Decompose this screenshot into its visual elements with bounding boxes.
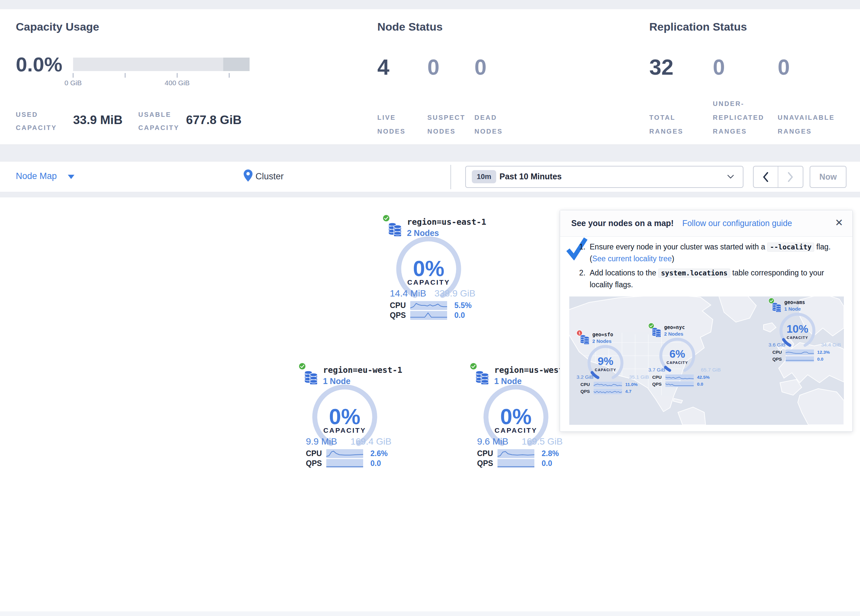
qps-label: QPS — [652, 382, 665, 387]
footer-strip — [0, 611, 860, 616]
dead-nodes-label: DEAD NODES — [474, 111, 503, 138]
cpu-sparkline — [594, 382, 622, 387]
capacity-percent: 10% — [778, 323, 816, 335]
total-capacity: 338.9 GiB — [434, 288, 476, 299]
cpu-sparkline — [326, 449, 363, 458]
qps-sparkline — [665, 381, 694, 387]
node-map-canvas: region=us-east-1 2 Nodes 0% CAPACITY 14.… — [0, 197, 860, 611]
map-marker-geo-sfo[interactable]: 1 geo=sfo 2 Nodes 9% CAPACITY 3.2 GiB 35 — [576, 329, 649, 397]
time-range-label: Past 10 Minutes — [499, 172, 562, 181]
region-name: region=eu-west-1 — [323, 365, 402, 375]
cpu-stat-row: CPU 11.0% — [581, 381, 649, 387]
capacity-label: CAPACITY — [481, 426, 551, 434]
time-range-selector[interactable]: 10m Past 10 Minutes — [465, 166, 744, 188]
axis-tick — [125, 73, 126, 78]
cpu-stat-row: CPU 2.8% — [477, 449, 566, 458]
capacity-percent: 0% — [310, 404, 379, 429]
qps-value: 0.0 — [454, 311, 465, 320]
capacity-label: CAPACITY — [658, 361, 696, 365]
cpu-value: 5.5% — [454, 301, 471, 310]
locality-node-count: 2 Nodes — [592, 338, 611, 344]
example-node-map: 1 geo=sfo 2 Nodes 9% CAPACITY 3.2 GiB 35 — [569, 296, 844, 425]
time-next-button[interactable] — [778, 166, 803, 187]
capacity-label: CAPACITY — [310, 426, 379, 434]
setup-steps: 1. Ensure every node in your cluster was… — [579, 241, 840, 293]
total-ranges-count: 32 — [649, 55, 673, 80]
capacity-reserved-segment — [223, 58, 250, 71]
step-text-part: Ensure every node in your cluster was st… — [590, 243, 767, 251]
cpu-label: CPU — [477, 449, 497, 458]
axis-tick — [177, 73, 177, 78]
qps-sparkline — [497, 459, 534, 468]
used-capacity-value: 33.9 MiB — [73, 113, 122, 127]
qps-sparkline — [326, 459, 363, 468]
qps-sparkline — [410, 311, 447, 320]
location-pin-icon — [244, 169, 253, 183]
qps-label: QPS — [581, 389, 594, 394]
live-nodes-count: 4 — [377, 55, 389, 80]
used-capacity: 3.6 GiB — [769, 342, 786, 348]
locality-name: geo=ams — [784, 299, 805, 306]
cpu-label: CPU — [652, 375, 665, 380]
configuration-guide-link[interactable]: Follow our configuration guide — [682, 218, 792, 228]
dead-nodes-count: 0 — [474, 55, 486, 80]
now-button[interactable]: Now — [810, 166, 846, 188]
qps-stat-row: QPS 0.0 — [477, 459, 566, 468]
total-capacity: 169.5 GiB — [521, 436, 563, 447]
toolbar-divider — [450, 165, 451, 189]
step-text: Ensure every node in your cluster was st… — [590, 241, 840, 265]
capacity-usage-bar — [73, 58, 250, 71]
map-marker-geo-nyc[interactable]: geo=nyc 2 Nodes 6% CAPACITY 3.7 GiB 65.7… — [648, 322, 721, 390]
total-ranges-label: TOTAL RANGES — [649, 111, 684, 138]
used-capacity: 9.6 MiB — [477, 436, 508, 447]
locality-name: geo=nyc — [664, 324, 685, 331]
cpu-value: 42.5% — [697, 375, 709, 380]
capacity-percent: 0% — [394, 256, 463, 281]
qps-value: 0.0 — [541, 459, 552, 468]
popup-header: See your nodes on a map! Follow our conf… — [560, 210, 852, 237]
axis-tick-label-mid: 400 GiB — [157, 79, 197, 87]
view-selector-node-map[interactable]: Node Map — [16, 171, 57, 181]
capacity-label: CAPACITY — [778, 335, 816, 340]
setup-step-1: 1. Ensure every node in your cluster was… — [579, 241, 840, 265]
setup-step-2: 2. Add locations to the system.locations… — [579, 267, 840, 290]
axis-tick-label-start: 0 GiB — [53, 79, 93, 87]
step-number: 1. — [579, 241, 590, 265]
time-range-badge: 10m — [472, 170, 496, 183]
unavailable-ranges-count: 0 — [778, 55, 790, 80]
close-icon[interactable]: ✕ — [835, 217, 843, 228]
map-marker-geo-ams[interactable]: geo=ams 1 Node 10% CAPACITY 3.6 GiB 34.4… — [769, 297, 841, 365]
cpu-value: 2.8% — [541, 449, 559, 458]
qps-stat-row: QPS 0.0 — [652, 381, 721, 387]
locality-flag-code: --locality — [767, 243, 814, 252]
region-marker-us-west-1[interactable]: region=us-west-1 1 Node 0% CAPACITY 9.6 … — [469, 361, 568, 473]
total-capacity: 169.4 GiB — [350, 436, 391, 447]
cpu-value: 11.0% — [625, 382, 638, 387]
unavailable-ranges-label: UNAVAILABLE RANGES — [778, 111, 835, 138]
cpu-stat-row: CPU 2.6% — [306, 449, 395, 458]
axis-tick — [73, 73, 74, 78]
step-text-part: Add locations to the — [590, 268, 658, 277]
used-capacity: 14.4 MiB — [390, 288, 426, 299]
region-marker-eu-west-1[interactable]: region=eu-west-1 1 Node 0% CAPACITY 9.9 … — [298, 361, 397, 473]
cpu-value: 2.6% — [370, 449, 388, 458]
time-prev-button[interactable] — [754, 166, 778, 187]
cluster-summary-panel: Capacity Usage 0.0% 0 GiB 400 GiB USED C… — [0, 9, 860, 145]
toolbar: Node Map Cluster 10m Past 10 Minutes — [0, 161, 860, 192]
step-number: 2. — [579, 267, 590, 290]
cpu-label: CPU — [390, 301, 410, 310]
capacity-usage-percent: 0.0% — [16, 53, 62, 76]
caret-down-icon[interactable] — [68, 175, 74, 179]
qps-label: QPS — [477, 459, 497, 468]
breadcrumb-cluster[interactable]: Cluster — [256, 171, 284, 182]
qps-value: 4.7 — [625, 389, 631, 394]
qps-stat-row: QPS 0.0 — [306, 459, 395, 468]
capacity-label: CAPACITY — [394, 278, 463, 286]
total-capacity: 35.1 GiB — [629, 374, 649, 380]
region-name: region=us-east-1 — [407, 217, 486, 227]
usable-capacity-label: USABLE CAPACITY — [138, 108, 179, 134]
region-marker-us-east-1[interactable]: region=us-east-1 2 Nodes 0% CAPACITY 14.… — [382, 213, 481, 325]
chevron-down-icon — [727, 174, 734, 180]
axis-tick — [229, 73, 229, 78]
locality-tree-link[interactable]: See current locality tree — [592, 254, 672, 263]
